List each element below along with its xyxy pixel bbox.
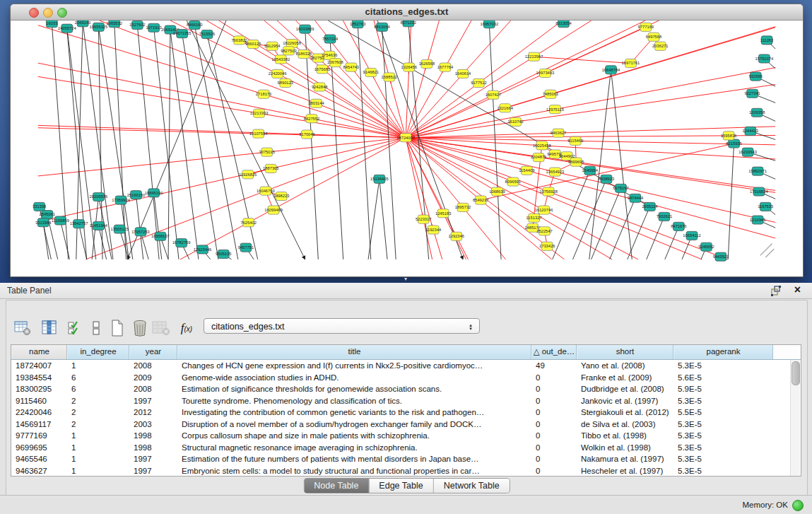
scrollbar-thumb[interactable] — [792, 361, 800, 385]
cell-in_degree[interactable]: 6 — [67, 383, 129, 395]
cell-title[interactable]: Embryonic stem cells: a model to study s… — [177, 465, 531, 477]
table-row[interactable]: 946362711997Embryonic stem cells: a mode… — [11, 465, 801, 477]
cell-name[interactable]: 9777169 — [11, 430, 67, 442]
cell-out_de[interactable]: 0 — [531, 395, 577, 407]
table-row[interactable]: 1830029562008Estimation of significance … — [11, 383, 801, 395]
cell-out_de[interactable]: 49 — [531, 360, 577, 372]
cell-year[interactable]: 2008 — [129, 383, 177, 395]
cell-out_de[interactable]: 0 — [531, 430, 577, 442]
cell-title[interactable]: Structural magnetic resonance image aver… — [177, 442, 531, 454]
cell-out_de[interactable]: 0 — [531, 419, 577, 431]
cell-in_degree[interactable]: 2 — [67, 395, 129, 407]
resize-grip-icon[interactable] — [760, 244, 775, 258]
memory-status-indicator[interactable] — [792, 500, 804, 511]
cell-short[interactable]: Dudbridge et al. (2008) — [577, 383, 673, 395]
cell-pagerank[interactable]: 5.3E-5 — [673, 430, 773, 442]
cell-short[interactable]: Tibbo et al. (1998) — [577, 430, 673, 442]
cell-in_degree[interactable]: 2 — [67, 407, 129, 419]
column-header-2[interactable]: year — [129, 345, 177, 359]
row-selection-button[interactable] — [64, 317, 86, 339]
tab-network-table[interactable]: Network Table — [434, 479, 510, 493]
cell-pagerank[interactable]: 5.3E-5 — [673, 419, 773, 431]
cell-name[interactable]: 19384554 — [11, 372, 67, 384]
table-row[interactable]: 946554611997Estimation of the future num… — [11, 453, 801, 465]
cell-name[interactable]: 18724007 — [11, 360, 67, 372]
cell-in_degree[interactable]: 6 — [67, 372, 129, 384]
cell-name[interactable]: 9465546 — [11, 453, 67, 465]
cell-in_degree[interactable]: 1 — [67, 453, 129, 465]
cell-title[interactable]: Corpus callosum shape and size in male p… — [177, 430, 531, 442]
cell-short[interactable]: Wolkin et al. (1998) — [577, 442, 673, 454]
network-window-titlebar[interactable]: citations_edges.txt — [11, 4, 803, 21]
cell-pagerank[interactable]: 5.3E-5 — [673, 442, 773, 454]
column-visibility-button[interactable] — [39, 317, 60, 339]
new-table-button[interactable] — [107, 317, 128, 339]
cell-out_de[interactable]: 0 — [531, 383, 577, 395]
table-row[interactable]: 969969511998Structural magnetic resonanc… — [11, 442, 801, 454]
column-header-0[interactable]: name — [11, 345, 67, 359]
panel-splitter-handle[interactable]: ▾ — [401, 276, 411, 282]
cell-out_de[interactable]: 0 — [531, 442, 577, 454]
table-row[interactable]: 1872400712008Changes of HCN gene express… — [11, 360, 801, 372]
cell-in_degree[interactable]: 1 — [67, 430, 129, 442]
cell-year[interactable]: 2012 — [129, 407, 177, 419]
cell-name[interactable]: 22420046 — [11, 407, 67, 419]
cell-out_de[interactable]: 0 — [531, 372, 577, 384]
cell-name[interactable]: 14569117 — [11, 419, 67, 431]
cell-in_degree[interactable]: 1 — [67, 465, 129, 477]
cell-name[interactable]: 9463627 — [11, 465, 67, 477]
cell-short[interactable]: Franke et al. (2009) — [577, 372, 673, 384]
cell-in_degree[interactable]: 1 — [67, 442, 129, 454]
cell-title[interactable]: Changes of HCN gene expression and I(f) … — [177, 360, 531, 372]
attribute-table[interactable]: namein_degreeyeartitle△ out_de…shortpage… — [11, 344, 801, 477]
cell-year[interactable]: 2003 — [129, 419, 177, 431]
table-row[interactable]: 1938455462009Genome-wide association stu… — [11, 372, 801, 384]
tab-node-table[interactable]: Node Table — [304, 479, 369, 493]
table-row[interactable]: 977716911998Corpus callosum shape and si… — [11, 430, 801, 442]
cell-pagerank[interactable]: 5.9E-5 — [673, 383, 773, 395]
merge-rows-button[interactable] — [86, 317, 107, 339]
column-header-4[interactable]: △ out_de… — [531, 345, 577, 359]
cell-title[interactable]: Disruption of a novel member of a sodium… — [177, 419, 531, 431]
cell-pagerank[interactable]: 5.3E-5 — [673, 395, 773, 407]
cell-title[interactable]: Investigating the contribution of common… — [177, 407, 531, 419]
cell-title[interactable]: Tourette syndrome. Phenomenology and cla… — [177, 395, 531, 407]
cell-title[interactable]: Estimation of the future numbers of pati… — [177, 453, 531, 465]
cell-title[interactable]: Genome-wide association studies in ADHD. — [177, 372, 531, 384]
float-window-icon[interactable] — [770, 286, 781, 296]
network-window[interactable]: citations_edges.txt 16033240557242069140… — [10, 4, 804, 277]
cell-in_degree[interactable]: 1 — [67, 360, 129, 372]
column-header-3[interactable]: title — [177, 345, 531, 359]
cell-out_de[interactable]: 0 — [531, 453, 577, 465]
column-header-5[interactable]: short — [577, 345, 673, 359]
cell-in_degree[interactable]: 2 — [67, 419, 129, 431]
function-builder-button[interactable]: f(x) — [176, 317, 197, 339]
table-row[interactable]: 1456911722003Disruption of a novel membe… — [11, 419, 801, 431]
close-panel-icon[interactable]: × — [794, 284, 801, 296]
network-graph[interactable]: 1603324055724206914010655325106553215276… — [11, 21, 803, 277]
cell-name[interactable]: 9115460 — [11, 395, 67, 407]
table-settings-button[interactable] — [12, 317, 33, 339]
cell-short[interactable]: Yano et al. (2008) — [577, 360, 673, 372]
table-selector-combobox[interactable]: citations_edges.txt ▴▾ — [204, 318, 480, 334]
table-row[interactable]: 911546021997Tourette syndrome. Phenomeno… — [11, 395, 801, 407]
table-row[interactable]: 2242004622012Investigating the contribut… — [11, 407, 801, 419]
cell-year[interactable]: 1997 — [129, 465, 177, 477]
network-canvas[interactable]: 1603324055724206914010655325106553215276… — [11, 21, 803, 276]
cell-pagerank[interactable]: 5.3E-5 — [673, 360, 773, 372]
cell-short[interactable]: Nakamura et al. (1997) — [577, 453, 673, 465]
cell-pagerank[interactable]: 5.3E-5 — [673, 465, 773, 477]
cell-pagerank[interactable]: 5.6E-5 — [673, 372, 773, 384]
cell-short[interactable]: de Silva et al. (2003) — [577, 419, 673, 431]
cell-year[interactable]: 2009 — [129, 372, 177, 384]
cell-name[interactable]: 18300295 — [11, 383, 67, 395]
cell-short[interactable]: Stergiakouli et al. (2012) — [577, 407, 673, 419]
cell-short[interactable]: Hescheler et al. (1997) — [577, 465, 673, 477]
delete-table-button[interactable] — [129, 317, 151, 339]
cell-title[interactable]: Estimation of significance thresholds fo… — [177, 383, 531, 395]
cell-year[interactable]: 1998 — [129, 442, 177, 454]
table-panel-titlebar[interactable]: Table Panel × — [0, 283, 812, 299]
cell-short[interactable]: Jankovic et al. (1997) — [577, 395, 673, 407]
cell-year[interactable]: 2008 — [129, 360, 177, 372]
cell-pagerank[interactable]: 5.3E-5 — [673, 453, 773, 465]
